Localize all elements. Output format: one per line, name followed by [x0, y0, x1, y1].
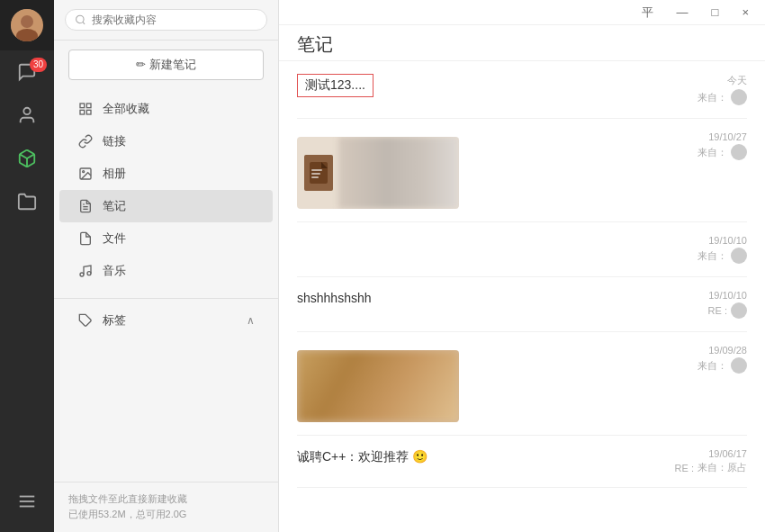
storage-info: 已使用53.2M，总可用2.0G	[68, 507, 264, 523]
sidebar-item-contacts[interactable]	[0, 94, 54, 137]
note-item-6[interactable]: 诚聘C++：欢迎推荐 🙂 19/06/17 RE : 来自：原占	[297, 436, 747, 488]
nav-item-label: 链接	[103, 133, 126, 149]
note-item-1[interactable]: 测试123.... 今天 来自：	[297, 61, 747, 119]
svg-point-1	[21, 15, 33, 28]
close-button[interactable]: ×	[736, 4, 754, 21]
note-source-2: 来自：	[698, 144, 747, 160]
source-avatar-5	[731, 357, 747, 374]
nav-item-label: 音乐	[103, 263, 126, 279]
svg-rect-11	[86, 104, 91, 108]
minimize-button[interactable]: —	[671, 4, 694, 21]
search-icon	[75, 14, 86, 26]
svg-rect-13	[86, 110, 91, 114]
nav-item-notes[interactable]: 笔记	[59, 190, 273, 222]
note-meta-3: 19/10/10 来自：	[698, 235, 747, 264]
note-img-blurred-5	[297, 350, 459, 422]
source-avatar-4	[731, 302, 747, 319]
sidebar-item-folder[interactable]	[0, 180, 54, 223]
svg-point-3	[23, 108, 30, 114]
title-bar: 平 — □ ×	[279, 0, 765, 25]
search-input-wrap[interactable]	[65, 9, 267, 31]
chevron-up-icon: ∧	[247, 314, 255, 327]
svg-rect-23	[311, 173, 320, 175]
nav-items-list: 全部收藏 链接 相册	[54, 89, 278, 291]
source-avatar-3	[731, 248, 747, 264]
note-date-6: 19/06/17	[708, 448, 747, 459]
notes-list: 测试123.... 今天 来自：	[279, 61, 765, 532]
svg-line-9	[83, 22, 85, 23]
nav-item-all[interactable]: 全部收藏	[59, 93, 273, 125]
svg-point-18	[80, 273, 84, 276]
search-input[interactable]	[92, 14, 257, 26]
note-icon	[77, 198, 94, 214]
icon-nav: 30	[0, 50, 54, 480]
nav-item-photos[interactable]: 相册	[59, 158, 273, 190]
svg-rect-22	[311, 169, 322, 171]
maximize-button[interactable]: □	[706, 4, 724, 21]
nav-item-files[interactable]: 文件	[59, 222, 273, 255]
svg-point-8	[76, 15, 84, 23]
image-icon	[77, 166, 94, 182]
source-avatar-2	[731, 144, 747, 160]
pin-button[interactable]: 平	[636, 3, 659, 23]
svg-rect-10	[80, 104, 85, 108]
note-source-5: 来自：	[698, 357, 747, 374]
note-meta-1: 今天 来自：	[698, 74, 747, 105]
new-note-button[interactable]: ✏ 新建笔记	[68, 50, 264, 80]
main-header: 笔记	[279, 25, 765, 61]
note-content-4: shshhhshshh	[297, 290, 694, 306]
file-preview-icon-2	[304, 155, 333, 191]
avatar[interactable]	[11, 9, 43, 41]
note-item-4[interactable]: shshhhshshh 19/10/10 RE :	[297, 277, 747, 332]
note-source-name-6: 来自：原占	[698, 461, 747, 474]
grid-icon	[77, 101, 94, 117]
note-item-2[interactable]: 19/10/27 来自：	[297, 119, 747, 222]
svg-point-15	[83, 171, 85, 173]
note-source-3: 来自：	[698, 248, 747, 264]
tags-section[interactable]: 标签 ∧	[59, 304, 273, 337]
source-avatar-1	[731, 89, 747, 105]
note-item-3[interactable]: 19/10/10 来自：	[297, 222, 747, 277]
sidebar-item-cube[interactable]	[0, 137, 54, 180]
file-icon	[77, 230, 94, 247]
note-content-5	[297, 345, 683, 422]
note-date-1: 今天	[727, 74, 747, 87]
note-source-label-2: 来自：	[698, 146, 727, 159]
note-img-blurred-2	[338, 137, 459, 209]
nav-item-label: 全部收藏	[103, 101, 149, 117]
page-title: 笔记	[297, 32, 333, 57]
note-img-preview-5	[297, 350, 459, 422]
nav-item-label: 相册	[103, 166, 126, 182]
sidebar-item-chat[interactable]: 30	[0, 50, 54, 94]
svg-rect-12	[80, 110, 85, 114]
note-meta-2: 19/10/27 来自：	[698, 131, 747, 160]
svg-point-19	[87, 272, 91, 275]
note-meta-5: 19/09/28 来自：	[698, 345, 747, 374]
note-item-5[interactable]: 19/09/28 来自：	[297, 332, 747, 436]
note-meta-4: 19/10/10 RE :	[708, 290, 747, 319]
note-re-label-6: RE :	[675, 463, 694, 473]
note-source-label-5: 来自：	[698, 359, 727, 373]
note-content-6: 诚聘C++：欢迎推荐 🙂	[297, 448, 661, 465]
icon-sidebar: 30	[0, 0, 54, 532]
nav-item-links[interactable]: 链接	[59, 125, 273, 158]
chat-badge: 30	[30, 58, 47, 72]
nav-item-label: 笔记	[103, 198, 126, 214]
note-title-4: shshhhshshh	[297, 291, 372, 305]
drag-tip: 拖拽文件至此直接新建收藏	[68, 491, 264, 508]
search-bar-area	[54, 0, 278, 41]
note-content-3	[297, 235, 683, 251]
note-content-1: 测试123....	[297, 74, 683, 97]
nav-item-label: 文件	[103, 230, 126, 247]
nav-item-music[interactable]: 音乐	[59, 255, 273, 287]
music-icon	[77, 263, 94, 279]
note-source-1: 来自：	[698, 89, 747, 105]
note-source-4: RE :	[708, 302, 747, 319]
nav-panel: ✏ 新建笔记 全部收藏 链接	[54, 0, 279, 532]
link-icon	[77, 133, 94, 149]
tag-icon	[77, 312, 94, 329]
nav-footer: 拖拽文件至此直接新建收藏 已使用53.2M，总可用2.0G	[54, 482, 278, 532]
tags-label: 标签	[103, 312, 238, 329]
sidebar-item-menu[interactable]	[0, 480, 54, 523]
note-source-label-3: 来自：	[698, 249, 727, 263]
